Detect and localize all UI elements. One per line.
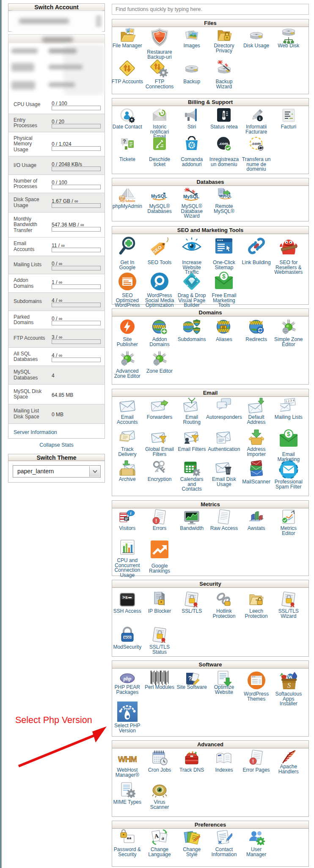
svg-text:WWW: WWW	[183, 322, 194, 327]
svg-text:www: www	[193, 328, 200, 331]
svg-text:www: www	[193, 321, 200, 323]
svg-text:!: !	[252, 759, 254, 764]
svg-text:!: !	[155, 518, 157, 524]
svg-text:MySQL: MySQL	[151, 194, 167, 199]
svg-text:?: ?	[188, 675, 192, 682]
svg-text:S: S	[287, 681, 291, 689]
svg-text:i: i	[130, 511, 131, 516]
svg-text:**: **	[127, 836, 131, 843]
svg-text:MOD: MOD	[124, 636, 131, 639]
svg-text:PHP: PHP	[124, 707, 131, 711]
svg-text:php: php	[123, 676, 131, 682]
svg-text:MyAdmin: MyAdmin	[119, 199, 135, 203]
svg-text:$: $	[222, 273, 226, 280]
svg-text:$: $	[287, 431, 290, 437]
svg-text:MySQL: MySQL	[183, 194, 199, 199]
svg-text:WWW: WWW	[250, 320, 263, 325]
svg-text:i: i	[259, 116, 260, 121]
svg-text:?: ?	[123, 139, 126, 145]
svg-text:>s: >s	[122, 595, 128, 600]
svg-text:WWW: WWW	[218, 328, 230, 333]
svg-text:MySQL: MySQL	[219, 194, 232, 198]
svg-text:WWW: WWW	[218, 321, 230, 325]
svg-text:WHM: WHM	[118, 755, 137, 764]
